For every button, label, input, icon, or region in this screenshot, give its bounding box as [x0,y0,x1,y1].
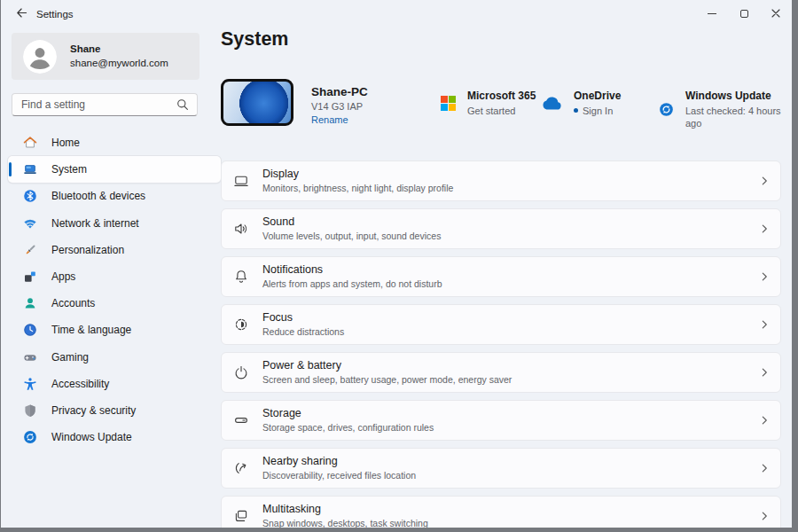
onedrive-card[interactable]: OneDrive Sign In [541,90,621,117]
sidebar: Shane shane@myworld.com Home System Blue… [1,27,221,528]
settings-row-storage[interactable]: Storage Storage space, drives, configura… [221,400,781,441]
sidebar-item-gaming[interactable]: Gaming [8,344,221,371]
time-language-icon [23,323,37,337]
card-status: Last checked: 4 hours ago [685,105,792,130]
profile-name: Shane [70,43,168,57]
gaming-icon [23,350,37,364]
titlebar: Settings [1,0,792,27]
minimize-button[interactable] [696,0,728,27]
settings-row-power-battery[interactable]: Power & battery Screen and sleep, batter… [221,352,781,393]
profile-email: shane@myworld.com [70,57,168,71]
chevron-right-icon [762,272,768,282]
search-input[interactable] [12,98,176,111]
system-icon [23,162,37,176]
windows-update-icon [23,430,37,444]
search-box [12,93,198,116]
device-name: Shane-PC [311,85,368,98]
card-title: Windows Update [685,90,792,104]
settings-list: Display Monitors, brightness, night ligh… [221,160,781,528]
power-icon [233,364,249,380]
maximize-icon [740,10,748,18]
chevron-right-icon [762,512,768,521]
sidebar-item-personalization[interactable]: Personalization [8,237,221,263]
settings-row-display[interactable]: Display Monitors, brightness, night ligh… [221,160,781,201]
settings-row-nearby-sharing[interactable]: Nearby sharing Discoverability, received… [221,448,781,489]
back-button[interactable] [15,6,31,20]
search-icon[interactable] [176,98,189,111]
card-status: Sign In [574,105,621,117]
card-title: Microsoft 365 [467,90,536,104]
maximize-button[interactable] [728,0,760,27]
card-title: OneDrive [574,90,621,104]
microsoft-365-card[interactable]: Microsoft 365 Get started [441,90,536,117]
focus-icon [233,317,249,332]
chevron-right-icon [762,176,768,186]
profile-card[interactable]: Shane shane@myworld.com [12,33,200,80]
sidebar-item-privacy-security[interactable]: Privacy & security [8,397,221,424]
personalization-icon [23,243,37,257]
onedrive-icon [541,97,562,110]
storage-icon [233,412,249,428]
privacy-icon [23,403,37,418]
accessibility-icon [23,377,37,391]
sidebar-item-system[interactable]: System [8,156,221,183]
network-icon [23,216,37,231]
device-model: V14 G3 IAP [311,101,363,112]
apps-icon [23,270,37,284]
person-icon [23,40,57,74]
sidebar-item-time-language[interactable]: Time & language [8,317,221,343]
display-icon [233,173,249,189]
status-dot [574,108,578,113]
sidebar-item-home[interactable]: Home [8,129,221,156]
close-icon [771,9,780,18]
settings-row-focus[interactable]: Focus Reduce distractions [221,304,781,345]
sidebar-item-apps[interactable]: Apps [8,263,221,290]
home-icon [23,136,37,150]
accounts-icon [23,296,37,310]
settings-row-notifications[interactable]: Notifications Alerts from apps and syste… [221,256,781,297]
sidebar-item-network-internet[interactable]: Network & internet [8,210,221,237]
sidebar-item-windows-update[interactable]: Windows Update [8,424,221,450]
chevron-right-icon [762,416,768,426]
device-image [221,79,293,126]
chevron-right-icon [762,320,768,330]
bluetooth-icon [23,189,37,203]
settings-row-sound[interactable]: Sound Volume levels, output, input, soun… [221,208,781,249]
avatar [23,40,57,74]
multitasking-icon [233,508,249,524]
sidebar-nav: Home System Bluetooth & devices Network … [8,129,221,450]
nearby-sharing-icon [233,460,249,476]
windows-update-icon [659,102,674,117]
sidebar-item-accessibility[interactable]: Accessibility [8,371,221,397]
window-title: Settings [36,9,74,20]
page-title: System [221,28,289,51]
microsoft-365-icon [441,96,456,111]
sound-icon [233,221,249,237]
rename-link[interactable]: Rename [311,114,348,125]
selected-accent-bar [9,162,12,176]
sidebar-item-accounts[interactable]: Accounts [8,290,221,317]
settings-row-multitasking[interactable]: Multitasking Snap windows, desktops, tas… [221,496,781,528]
chevron-right-icon [762,368,768,378]
notifications-icon [233,269,249,285]
back-arrow-icon [15,6,28,20]
settings-window: Settings Shane shane@myworld.com Ho [1,0,792,528]
chevron-right-icon [762,464,768,473]
close-button[interactable] [760,0,792,27]
sidebar-item-bluetooth-devices[interactable]: Bluetooth & devices [8,183,221,209]
card-status: Get started [467,105,536,117]
minimize-icon [708,13,716,14]
windows-update-card[interactable]: Windows Update Last checked: 4 hours ago [659,90,792,129]
chevron-right-icon [762,224,768,234]
